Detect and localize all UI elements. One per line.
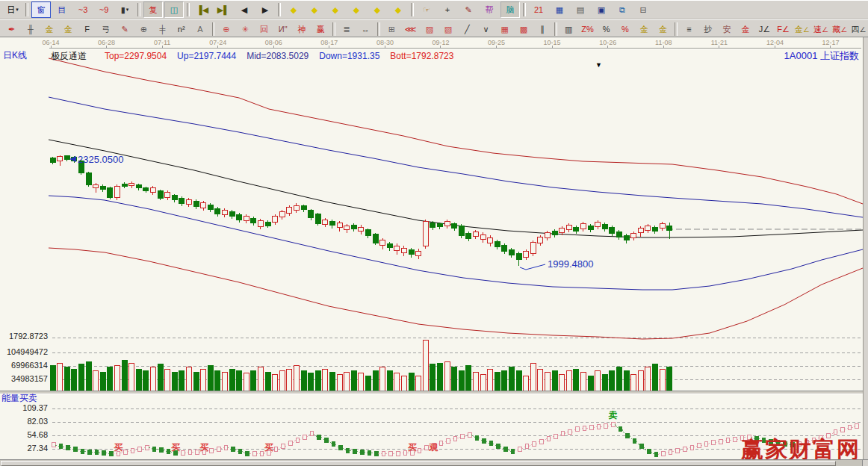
symbol-title[interactable]: 1A0001 上证指数 [784, 49, 859, 63]
gold-circle-icon[interactable]: 金 [636, 21, 653, 37]
percent-icon[interactable]: % [598, 21, 615, 37]
shaded-box-icon[interactable]: ▨ [421, 21, 438, 37]
save-icon: ▣ [598, 2, 605, 17]
diamond-hshrink-icon[interactable]: ◆ [347, 1, 366, 18]
v-shape-icon[interactable]: ∨ [477, 21, 495, 37]
ying-icon[interactable]: 赢 [312, 21, 329, 37]
calculator-icon: ▦ [556, 2, 563, 17]
restore-rights-icon: 复 [149, 2, 158, 17]
si-angle-icon: 四∠ [851, 22, 866, 37]
page-left-icon[interactable]: ◀ [235, 1, 254, 18]
circle-grid-icon[interactable]: ⊕ [135, 21, 152, 37]
bow-grid-icon[interactable]: 弓 [97, 21, 114, 37]
dense-grid-icon: ╪ [160, 22, 166, 37]
channel-name-label[interactable]: 极反通道 [51, 51, 87, 61]
diamond-vexpand-icon[interactable]: ◆ [368, 1, 387, 18]
period-day-button[interactable]: 日▾ [3, 1, 22, 18]
crosshair-tool-icon[interactable]: + [438, 1, 457, 18]
f-angle-icon[interactable]: F∠ [775, 21, 792, 37]
target-red-icon[interactable]: ⊕ [217, 21, 235, 37]
percent-line-icon[interactable]: % [616, 21, 633, 37]
hand-tool-icon[interactable]: ☞ [417, 1, 436, 18]
n2-grid-icon[interactable]: n² [173, 21, 190, 37]
print-icon: ⊟ [639, 2, 646, 17]
an-tool-icon: 安 [722, 22, 731, 37]
dense-grid-icon[interactable]: ╪ [154, 21, 171, 37]
calculator-icon[interactable]: ▦ [550, 1, 569, 18]
minute-chart-9-icon[interactable]: ~9 [94, 1, 114, 18]
gold-grid2-icon[interactable]: 金 [60, 21, 77, 37]
j-angle-icon[interactable]: J∠ [756, 21, 773, 37]
grid-box-icon[interactable]: ▦ [496, 21, 513, 37]
horizontal-scrollbar[interactable] [0, 459, 868, 466]
toolbar-separator [137, 3, 140, 16]
kline-style-icon[interactable]: ▮▾ [115, 1, 134, 18]
pen-grid-icon[interactable]: ✎ [116, 21, 133, 37]
gold-grid-icon[interactable]: 金 [40, 21, 58, 37]
gold-angle-icon[interactable]: 金∠ [793, 21, 810, 37]
notepad-icon[interactable]: ▤ [571, 1, 590, 18]
print-icon[interactable]: ⊟ [633, 1, 653, 18]
draw-line-icon[interactable]: ✎ [459, 1, 478, 18]
export-icon[interactable]: ⧉ [613, 1, 632, 18]
last-page-icon[interactable]: ▶▌ [214, 1, 233, 18]
smart-analysis-icon[interactable]: 脑 [500, 1, 520, 18]
channel-down-value: Down=1931.35 [319, 51, 379, 61]
width-measure-icon[interactable]: ↔ [357, 21, 374, 37]
a-flag-icon: A [197, 22, 202, 37]
a-flag-icon[interactable]: A [191, 21, 208, 37]
grid-box2-icon[interactable]: ▩ [515, 21, 532, 37]
fan-lines-icon[interactable]: ⋘ [402, 21, 419, 37]
shen-icon[interactable]: 神 [293, 21, 310, 37]
analysis-chart-icon[interactable]: ◫ [164, 1, 184, 18]
rect-tool-icon[interactable]: ⊞ [383, 21, 400, 37]
toolbar-separator [187, 3, 190, 16]
chao-tool-icon[interactable]: 抄 [699, 21, 716, 37]
grid-tool-icon[interactable]: ╫ [22, 21, 39, 37]
bars-rule-icon[interactable]: ≡ [681, 21, 698, 37]
kline-chart-canvas[interactable]: 06-1406-2807-1107-2408-0608-1708-3009-12… [0, 37, 863, 459]
horizontal-scrollbar-thumb[interactable] [1, 461, 836, 466]
first-page-icon[interactable]: ▐◀ [193, 1, 212, 18]
window-mode-icon: 窗 [37, 2, 46, 17]
percent-strike-icon[interactable]: Z% [579, 21, 596, 37]
calendar-icon[interactable]: 21 [529, 1, 548, 18]
restore-rights-icon[interactable]: 复 [143, 1, 163, 18]
gold-circle2-icon[interactable]: 金 [654, 21, 672, 37]
date-label: 06-28 [98, 39, 115, 46]
right-scrollbar[interactable] [863, 37, 868, 459]
toolbar-separator [523, 3, 526, 16]
diamond-vshrink-icon[interactable]: ◆ [388, 1, 408, 18]
smart-analysis-icon: 脑 [506, 2, 515, 17]
volume-scale-2: 69966314 [0, 361, 48, 370]
su-angle-icon[interactable]: 速∠ [812, 21, 829, 37]
diamond-right-icon[interactable]: ◆ [305, 1, 324, 18]
f-grid-icon: F [84, 22, 90, 37]
an-tool-icon[interactable]: 安 [718, 21, 735, 37]
diamond-hexpand-icon[interactable]: ◆ [326, 1, 345, 18]
trend-line-icon[interactable]: ╱ [459, 21, 476, 37]
gold-box-icon[interactable]: 金 [737, 21, 754, 37]
brush-icon[interactable]: ✒ [3, 21, 20, 37]
star-red-icon[interactable]: ✳ [237, 21, 254, 37]
hatch-box-icon[interactable]: ▧ [439, 21, 456, 37]
parallel-lines-icon[interactable]: ∥ [534, 21, 551, 37]
date-label: 12-17 [822, 39, 839, 46]
f-grid-icon[interactable]: F [78, 21, 96, 37]
si-angle-icon[interactable]: 四∠ [850, 21, 867, 37]
diamond-left-icon[interactable]: ◆ [284, 1, 303, 18]
save-icon[interactable]: ▣ [592, 1, 611, 18]
date-label: 06-14 [42, 39, 59, 46]
window-mode-icon[interactable]: 窗 [31, 1, 51, 18]
measure-bars-icon[interactable]: ▥ [560, 21, 577, 37]
page-right-icon[interactable]: ▶ [255, 1, 275, 18]
strategy-icon[interactable]: 帮 [480, 1, 499, 18]
box-red-icon[interactable]: 回 [255, 21, 273, 37]
cang-angle-icon[interactable]: 藏∠ [831, 21, 849, 37]
info-view-icon[interactable]: 目 [52, 1, 72, 18]
ruler-icon[interactable]: ≣ [338, 21, 356, 37]
date-label: 07-24 [209, 39, 226, 46]
rect-tool-icon: ⊞ [388, 22, 395, 37]
minute-chart-3-icon[interactable]: ~3 [73, 1, 93, 18]
n-quote-icon[interactable]: И" [274, 21, 291, 37]
